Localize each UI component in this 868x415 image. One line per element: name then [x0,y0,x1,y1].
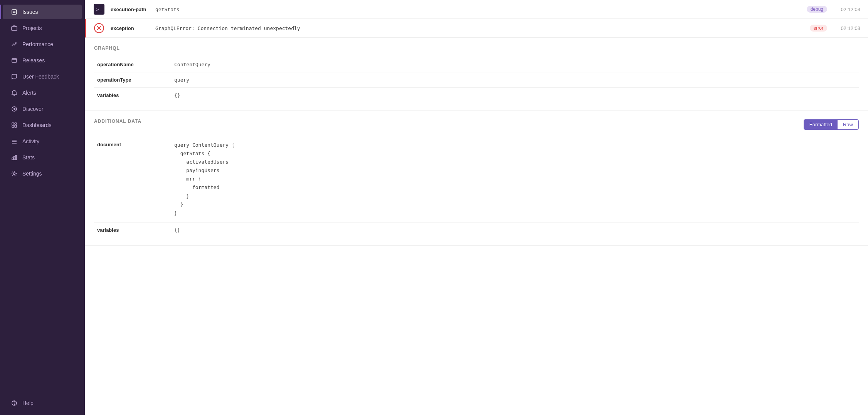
log-type-debug: execution-path [111,7,149,12]
sidebar-item-projects[interactable]: Projects [3,21,82,35]
field-value: {} [171,222,859,238]
dashboards-icon [11,122,18,129]
field-key: variables [94,88,171,103]
sidebar-item-performance[interactable]: Performance [3,37,82,52]
log-row-debug: >_ execution-path getStats debug 02:12:0… [85,0,868,19]
sidebar-item-alerts[interactable]: Alerts [3,85,82,100]
sidebar-item-label: Help [22,400,34,406]
svg-rect-16 [14,156,15,160]
log-message-debug: getStats [155,7,801,12]
sidebar-item-label: Releases [22,57,45,64]
field-key: operationName [94,57,171,72]
svg-rect-0 [12,10,17,14]
sidebar-item-label: Issues [22,9,38,15]
sidebar-item-settings[interactable]: Settings [3,166,82,181]
svg-rect-15 [12,158,13,160]
debug-badge: debug [807,6,827,13]
sidebar-item-label: Projects [22,25,42,31]
sidebar-item-discover[interactable]: Discover [3,102,82,116]
sidebar-item-dashboards[interactable]: Dashboards [3,118,82,132]
svg-rect-10 [12,126,14,127]
sidebar: Issues Projects Performance Releases Use… [0,0,85,415]
discover-icon [11,105,18,112]
user-feedback-icon [11,73,18,80]
graphql-section: GRAPHQL operationName ContentQuery opera… [85,38,868,111]
sidebar-item-label: Performance [22,41,53,47]
terminal-icon: >_ [94,4,104,15]
table-row: operationType query [94,72,859,88]
log-time-error: 02:12:03 [833,25,860,31]
field-value: query [171,72,859,88]
svg-rect-11 [15,125,17,127]
performance-icon [11,41,18,48]
error-icon [94,23,104,33]
activity-icon [11,138,18,145]
svg-rect-17 [15,155,17,160]
svg-marker-7 [13,108,15,110]
table-row: variables {} [94,222,859,238]
log-time-debug: 02:12:03 [833,7,860,12]
table-row: operationName ContentQuery [94,57,859,72]
svg-rect-4 [12,59,17,62]
sidebar-item-stats[interactable]: Stats [3,150,82,165]
sidebar-item-user-feedback[interactable]: User Feedback [3,69,82,84]
table-row: document query ContentQuery { getStats {… [94,136,859,222]
svg-point-20 [14,405,15,405]
issues-icon [11,8,18,15]
sidebar-item-help[interactable]: Help [3,396,82,410]
sidebar-item-label: Discover [22,106,43,112]
sidebar-item-label: User Feedback [22,74,59,80]
releases-icon [11,57,18,64]
sidebar-item-label: Alerts [22,90,36,96]
log-type-error: exception [111,25,149,31]
additional-data-section: ADDITIONAL DATA Formatted Raw document q… [85,111,868,246]
additional-data-title: ADDITIONAL DATA [94,119,141,124]
settings-icon [11,170,18,177]
graphql-section-title: GRAPHQL [94,45,859,51]
alerts-icon [11,89,18,96]
stats-icon [11,154,18,161]
help-icon [11,400,18,407]
log-row-error: exception GraphQLError: Connection termi… [85,19,868,38]
format-toggle: Formatted Raw [804,119,859,130]
sidebar-item-releases[interactable]: Releases [3,53,82,68]
sidebar-item-label: Settings [22,171,42,177]
field-key: document [94,136,171,222]
log-message-error: GraphQLError: Connection terminated unex… [155,25,804,31]
svg-rect-8 [12,123,14,125]
svg-point-18 [13,173,15,175]
main-content: >_ execution-path getStats debug 02:12:0… [85,0,868,415]
field-value: query ContentQuery { getStats { activate… [171,136,859,222]
raw-button[interactable]: Raw [838,120,858,129]
field-value: ContentQuery [171,57,859,72]
document-code: query ContentQuery { getStats { activate… [174,141,856,218]
projects-icon [11,25,18,32]
sidebar-item-activity[interactable]: Activity [3,134,82,149]
graphql-data-table: operationName ContentQuery operationType… [94,57,859,103]
field-value: {} [171,88,859,103]
error-badge: error [810,25,827,32]
table-row: variables {} [94,88,859,103]
sidebar-item-label: Dashboards [22,122,52,128]
field-key: operationType [94,72,171,88]
sidebar-item-label: Activity [22,138,39,144]
sidebar-item-label: Stats [22,154,35,161]
additional-data-table: document query ContentQuery { getStats {… [94,136,859,238]
field-key: variables [94,222,171,238]
additional-data-header: ADDITIONAL DATA Formatted Raw [94,119,859,130]
formatted-button[interactable]: Formatted [804,120,838,129]
svg-rect-3 [12,27,17,30]
sidebar-item-issues[interactable]: Issues [3,5,82,19]
svg-rect-9 [15,123,17,124]
